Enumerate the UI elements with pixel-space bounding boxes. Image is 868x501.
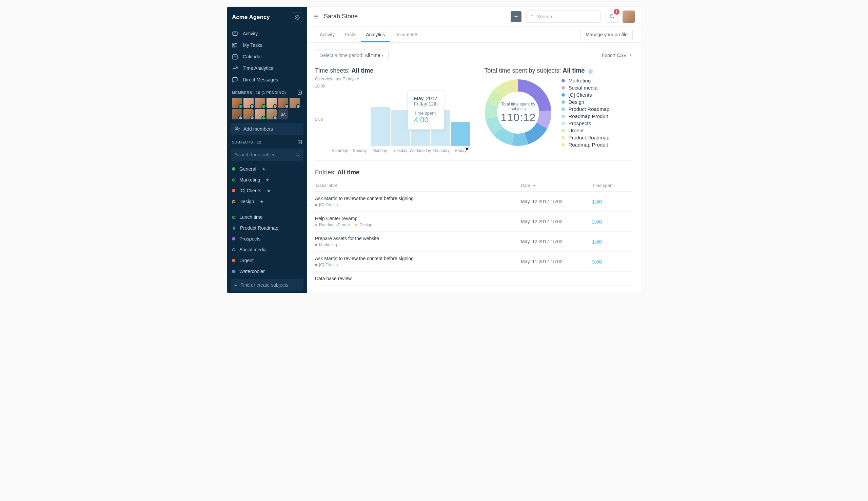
legend-item[interactable]: Prospects bbox=[562, 120, 609, 126]
tab-analytics[interactable]: Analytics bbox=[361, 27, 390, 42]
entry-row[interactable]: Data base review bbox=[315, 272, 633, 286]
search-icon bbox=[531, 14, 534, 19]
subject-item[interactable]: Urgent bbox=[227, 255, 307, 266]
subject-item[interactable]: Design ★ bbox=[227, 196, 307, 207]
col-head-time[interactable]: Time spent bbox=[592, 183, 633, 188]
notifications-button[interactable]: 1 bbox=[606, 11, 618, 23]
subject-item[interactable]: [C] Clients ★ bbox=[227, 185, 307, 196]
svg-point-0 bbox=[296, 17, 298, 18]
bar[interactable] bbox=[451, 122, 470, 146]
add-subject-icon[interactable] bbox=[297, 140, 302, 145]
avatar[interactable] bbox=[267, 98, 277, 108]
legend-item[interactable]: Product Roadmap bbox=[562, 135, 609, 140]
nav-my tasks[interactable]: My Tasks bbox=[227, 39, 307, 51]
subject-item[interactable]: Social media bbox=[227, 244, 307, 255]
entry-row[interactable]: Prepare assets for the website Marketing… bbox=[315, 232, 633, 252]
bar[interactable] bbox=[391, 110, 410, 146]
nav-calendar[interactable]: Calendar bbox=[227, 51, 307, 62]
subject-label: Lunch time bbox=[239, 214, 262, 220]
current-user-avatar[interactable] bbox=[622, 11, 635, 23]
entry-row[interactable]: Help Center revamp Roadmap ProduitDesign… bbox=[315, 212, 633, 232]
menu-button[interactable] bbox=[313, 13, 319, 20]
timesheet-overview-picker[interactable]: Overview last 7 days ▾ bbox=[315, 76, 470, 82]
entry-time: 3:00 bbox=[592, 259, 633, 265]
gear-icon bbox=[295, 15, 300, 20]
avatar[interactable] bbox=[243, 109, 253, 119]
chevron-down-icon: ▾ bbox=[357, 77, 359, 81]
plus-icon bbox=[513, 14, 519, 19]
tab-documents[interactable]: Documents bbox=[390, 27, 423, 42]
subject-item[interactable]: Product Roadmap bbox=[227, 223, 307, 233]
nav-time analytics[interactable]: Time Analytics bbox=[227, 62, 307, 74]
subject-search-input[interactable] bbox=[230, 149, 303, 161]
entry-row[interactable]: Ask Martin to review the content before … bbox=[315, 252, 633, 272]
avatar[interactable] bbox=[267, 109, 277, 119]
entry-date: May, 12 2017 15:02 bbox=[521, 219, 592, 224]
avatar-pending[interactable]: SA bbox=[278, 109, 288, 119]
search-input[interactable] bbox=[537, 14, 596, 19]
help-icon[interactable]: ? bbox=[588, 68, 593, 74]
legend-item[interactable]: Roadmap Produit bbox=[562, 113, 609, 119]
avatar[interactable] bbox=[232, 109, 242, 119]
find-create-subjects[interactable]: ▸ Find or create subjects bbox=[230, 279, 303, 291]
legend-item[interactable]: [C] Clients bbox=[562, 92, 609, 98]
legend-item[interactable]: Roadmap Produit bbox=[562, 142, 609, 148]
avatar[interactable] bbox=[255, 109, 265, 119]
legend-label: Social media bbox=[568, 85, 597, 90]
period-prefix: Select a time period: bbox=[320, 53, 364, 58]
tab-tasks[interactable]: Tasks bbox=[339, 27, 361, 42]
legend-label: Roadmap Produit bbox=[568, 113, 608, 119]
subjects-section-label: SUBJECTS | 12 bbox=[232, 140, 261, 144]
menu-icon bbox=[313, 13, 319, 20]
subject-item[interactable]: Watercooler bbox=[227, 266, 307, 277]
legend-item[interactable]: Product Roadmap bbox=[562, 106, 609, 112]
svg-rect-8 bbox=[232, 55, 237, 60]
manage-profile-button[interactable]: Manage your profile bbox=[581, 29, 633, 40]
legend-dot bbox=[562, 129, 565, 132]
avatar[interactable] bbox=[290, 98, 300, 108]
add-button[interactable] bbox=[511, 11, 521, 22]
find-create-label: Find or create subjects bbox=[240, 282, 289, 288]
nav-direct messages[interactable]: Direct Messages bbox=[227, 74, 307, 85]
legend-item[interactable]: Social media bbox=[562, 85, 609, 90]
legend-label: Product Roadmap bbox=[568, 106, 609, 112]
avatar[interactable] bbox=[278, 98, 288, 108]
analytics-icon bbox=[232, 65, 238, 71]
donut-center-value: 110:12 bbox=[501, 111, 536, 124]
member-avatars: SA bbox=[227, 98, 307, 119]
subject-bullet bbox=[232, 167, 235, 171]
star-icon: ★ bbox=[262, 167, 266, 172]
nav-activity[interactable]: Activity bbox=[227, 28, 307, 39]
bar[interactable] bbox=[371, 107, 390, 146]
subject-item[interactable]: Lunch time bbox=[227, 212, 307, 223]
subject-item[interactable]: General ★ bbox=[227, 163, 307, 174]
subject-bullet bbox=[232, 270, 235, 273]
subject-item[interactable]: Marketing ★ bbox=[227, 174, 307, 185]
members-section-label: MEMBERS | 10 (1 PENDING) bbox=[232, 90, 286, 95]
avatar[interactable] bbox=[232, 98, 242, 108]
svg-line-20 bbox=[299, 156, 300, 157]
export-csv-button[interactable]: Export CSV bbox=[602, 53, 633, 58]
x-tick: Wednesday bbox=[410, 148, 431, 153]
add-member-icon[interactable] bbox=[297, 90, 302, 95]
nav-label: Direct Messages bbox=[243, 77, 278, 83]
nav-label: Time Analytics bbox=[243, 65, 273, 71]
x-tick: Sunday bbox=[350, 148, 370, 153]
legend-item[interactable]: Urgent bbox=[562, 128, 609, 133]
col-head-task[interactable]: Tasks label bbox=[315, 183, 521, 188]
tab-activity[interactable]: Activity bbox=[315, 27, 339, 42]
add-members-button[interactable]: Add members bbox=[230, 123, 303, 135]
avatar[interactable] bbox=[243, 98, 253, 108]
legend-item[interactable]: Marketing bbox=[562, 78, 609, 84]
col-head-date[interactable]: Date ▼ bbox=[521, 183, 592, 188]
avatar[interactable] bbox=[255, 98, 265, 108]
legend-item[interactable]: Design bbox=[562, 99, 609, 105]
subject-item[interactable]: Prospects bbox=[227, 233, 307, 244]
time-period-picker[interactable]: Select a time period: All time ▾ bbox=[315, 50, 389, 61]
tag-dot bbox=[315, 264, 317, 266]
tooltip-label: Time spent bbox=[414, 110, 438, 116]
search-box[interactable] bbox=[526, 11, 601, 23]
entry-row[interactable]: Ask Martin to review the content before … bbox=[315, 192, 633, 212]
subject-label: [C] Clients bbox=[239, 188, 261, 193]
settings-button[interactable] bbox=[292, 12, 302, 22]
